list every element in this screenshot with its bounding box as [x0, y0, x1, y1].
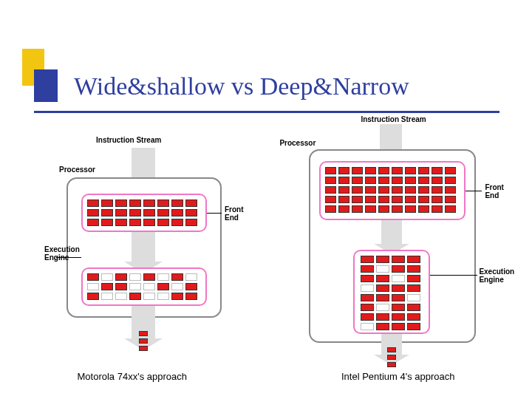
- grid-cell: [185, 219, 197, 226]
- grid-cell: [143, 200, 155, 207]
- label-processor: Processor: [279, 139, 316, 147]
- label-exec-engine: Execution Engine: [44, 245, 80, 262]
- grid-cell: [365, 177, 376, 184]
- grid-cell: [405, 177, 416, 184]
- grid-cell: [157, 200, 169, 207]
- out-cells: [387, 347, 396, 367]
- grid-cell: [418, 177, 429, 184]
- grid-cell: [171, 293, 183, 300]
- grid-cell: [171, 209, 183, 216]
- grid-cell: [171, 219, 183, 226]
- grid-cell: [378, 177, 389, 184]
- grid-cell: [365, 205, 376, 213]
- grid-cell: [407, 313, 420, 321]
- caption-right: Intel Pentium 4's approach: [341, 371, 455, 382]
- grid-cell: [445, 186, 456, 194]
- grid-cell: [405, 186, 416, 194]
- grid-cell: [392, 265, 405, 273]
- grid-cell: [392, 275, 405, 282]
- grid-cell: [392, 196, 403, 203]
- exec-cells: [361, 256, 420, 330]
- grid-cell: [157, 293, 169, 300]
- grid-cell: [378, 205, 389, 213]
- grid-cell: [376, 284, 389, 292]
- grid-cell: [129, 273, 141, 281]
- label-processor: Processor: [59, 166, 95, 174]
- grid-cell: [376, 323, 389, 330]
- grid-cell: [171, 200, 183, 207]
- grid-cell: [392, 186, 403, 194]
- grid-cell: [445, 196, 456, 203]
- grid-cell: [361, 284, 374, 292]
- right-architecture: Instruction Stream Processor Front End E…: [257, 120, 502, 364]
- frontend-cells: [87, 200, 197, 226]
- grid-cell: [407, 275, 420, 282]
- grid-cell: [392, 304, 405, 311]
- grid-cell: [418, 196, 429, 203]
- grid-cell: [392, 205, 403, 213]
- grid-cell: [325, 177, 336, 184]
- grid-cell: [407, 256, 420, 263]
- grid-cell: [378, 167, 389, 174]
- grid-cell: [139, 338, 148, 344]
- label-exec-engine: Execution Engine: [479, 267, 514, 284]
- grid-cell: [392, 167, 403, 174]
- grid-cell: [171, 273, 183, 281]
- grid-cell: [87, 283, 99, 290]
- grid-cell: [338, 177, 349, 184]
- grid-cell: [115, 209, 127, 216]
- grid-cell: [87, 273, 99, 281]
- grid-cell: [87, 219, 99, 226]
- grid-cell: [352, 177, 363, 184]
- grid-cell: [87, 293, 99, 300]
- grid-cell: [432, 167, 443, 174]
- grid-cell: [129, 219, 141, 226]
- grid-cell: [129, 200, 141, 207]
- grid-cell: [157, 209, 169, 216]
- slide-title: Wide&shallow vs Deep&Narrow: [74, 72, 409, 100]
- grid-cell: [352, 205, 363, 213]
- grid-cell: [361, 323, 374, 330]
- grid-cell: [387, 355, 396, 360]
- grid-cell: [143, 283, 155, 290]
- grid-cell: [101, 200, 113, 207]
- grid-cell: [325, 205, 336, 213]
- label-front-end: Front End: [225, 205, 244, 222]
- grid-cell: [378, 196, 389, 203]
- label-instruction-stream: Instruction Stream: [96, 136, 185, 144]
- grid-cell: [185, 200, 197, 207]
- grid-cell: [361, 256, 374, 263]
- grid-cell: [115, 200, 127, 207]
- left-architecture: Instruction Stream Processor Front End E…: [30, 120, 242, 364]
- grid-cell: [87, 200, 99, 207]
- grid-cell: [129, 293, 141, 300]
- grid-cell: [325, 196, 336, 203]
- grid-cell: [445, 167, 456, 174]
- grid-cell: [352, 196, 363, 203]
- grid-cell: [171, 283, 183, 290]
- callout-line: [466, 191, 482, 191]
- arrow-fe-to-exec: [132, 232, 155, 262]
- grid-cell: [361, 275, 374, 282]
- grid-cell: [376, 313, 389, 321]
- frontend-cells: [325, 167, 456, 213]
- grid-cell: [392, 313, 405, 321]
- grid-cell: [101, 283, 113, 290]
- grid-cell: [432, 205, 443, 213]
- grid-cell: [392, 284, 405, 292]
- label-instruction-stream: Instruction Stream: [361, 115, 449, 123]
- grid-cell: [87, 209, 99, 216]
- grid-cell: [157, 273, 169, 281]
- grid-cell: [361, 313, 374, 321]
- grid-cell: [392, 323, 405, 330]
- grid-cell: [418, 186, 429, 194]
- callout-line: [430, 275, 477, 276]
- diagram-columns: Instruction Stream Processor Front End E…: [30, 120, 502, 364]
- grid-cell: [407, 294, 420, 301]
- grid-cell: [387, 347, 396, 352]
- grid-cell: [392, 256, 405, 263]
- grid-cell: [376, 275, 389, 282]
- grid-cell: [115, 273, 127, 281]
- grid-cell: [445, 177, 456, 184]
- grid-cell: [361, 265, 374, 273]
